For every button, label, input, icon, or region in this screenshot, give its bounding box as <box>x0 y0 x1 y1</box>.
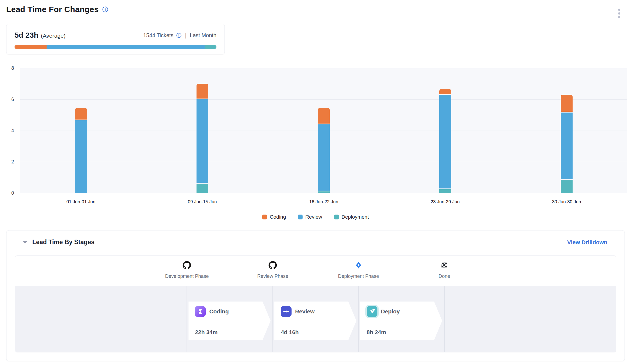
stage-card-deploy: Deploy8h 24m <box>360 302 442 340</box>
legend-swatch <box>334 215 339 219</box>
tickets-count: 1544 Tickets <box>143 32 173 38</box>
collapse-triangle-icon[interactable] <box>23 241 27 244</box>
tickets-info-icon[interactable] <box>176 33 182 38</box>
diamond-icon <box>355 261 363 270</box>
bar-slot <box>263 68 384 193</box>
distribution-segment-deployment <box>205 45 216 49</box>
bar-segment-coding[interactable] <box>318 108 330 124</box>
stacked-bar-5[interactable] <box>561 95 573 193</box>
plot-area <box>20 68 627 193</box>
stages-panel-title: Lead Time By Stages <box>32 239 94 246</box>
bar-segment-coding[interactable] <box>561 95 573 112</box>
kebab-menu-icon[interactable] <box>617 8 621 19</box>
bar-segment-coding[interactable] <box>75 108 87 120</box>
bar-slot <box>384 68 506 193</box>
bar-segment-coding[interactable] <box>439 89 451 94</box>
y-tick-label: 0 <box>0 190 14 196</box>
hourglass-icon <box>195 306 206 317</box>
separator: | <box>184 32 187 39</box>
period-label: Last Month <box>190 32 216 38</box>
legend-item-review[interactable]: Review <box>298 214 322 220</box>
legend-item-coding[interactable]: Coding <box>262 214 286 220</box>
stage-column-divider <box>358 286 359 352</box>
milestone-label: Review Phase <box>257 274 288 279</box>
stage-column-divider <box>272 286 273 352</box>
stage-card-review: Review4d 16h <box>274 302 356 340</box>
lead-time-dashboard: Lead Time For Changes 5d 23h (Average) 1… <box>0 0 631 364</box>
bar-segment-deployment[interactable] <box>318 191 330 193</box>
stages-table: Development PhaseReview PhaseDeployment … <box>15 256 616 352</box>
view-drilldown-link[interactable]: View Drilldown <box>567 239 607 246</box>
x-tick-label: 09 Jun-15 Jun <box>142 199 263 205</box>
lead-time-distribution-bar <box>15 45 216 49</box>
legend-swatch <box>262 215 267 219</box>
milestones-header-row: Development PhaseReview PhaseDeployment … <box>15 256 616 286</box>
stage-name: Deploy <box>381 308 400 315</box>
stage-name: Coding <box>209 308 229 315</box>
stage-duration: 8h 24m <box>367 329 432 335</box>
chart-legend: CodingReviewDeployment <box>0 214 631 220</box>
bar-segment-deployment[interactable] <box>561 180 573 193</box>
stacked-bar-4[interactable] <box>439 89 451 193</box>
github-icon <box>268 261 277 270</box>
bar-slot <box>20 68 142 193</box>
milestone-label: Deployment Phase <box>338 274 379 279</box>
legend-label: Review <box>305 214 322 220</box>
milestone-review-phase: Review Phase <box>232 261 313 279</box>
bar-segment-deployment[interactable] <box>439 189 451 193</box>
stage-column-divider <box>444 286 445 352</box>
average-label: (Average) <box>41 33 66 39</box>
stacked-bar-3[interactable] <box>318 108 330 193</box>
stage-column-divider <box>187 286 187 352</box>
x-tick-label: 30 Jun-30 Jun <box>506 199 627 205</box>
x-tick-label: 23 Jun-29 Jun <box>384 199 506 205</box>
stage-name: Review <box>295 308 314 315</box>
summary-card: 5d 23h (Average) 1544 Tickets | Last Mon… <box>6 24 225 54</box>
checkered-flag-icon <box>441 261 448 270</box>
distribution-segment-coding <box>15 45 47 49</box>
bar-slot <box>142 68 263 193</box>
y-tick-label: 4 <box>0 128 14 134</box>
stages-panel-header: Lead Time By Stages View Drilldown <box>23 239 607 246</box>
lead-time-by-stages-panel: Lead Time By Stages View Drilldown Devel… <box>6 230 625 361</box>
milestone-label: Done <box>439 274 450 279</box>
legend-label: Deployment <box>342 214 369 220</box>
milestone-development-phase: Development Phase <box>146 261 227 279</box>
bar-segment-review[interactable] <box>197 99 208 183</box>
stages-body-row: Coding22h 34mReview4d 16hDeploy8h 24m <box>15 286 616 352</box>
average-lead-time-value: 5d 23h <box>15 31 38 40</box>
milestone-done: Done <box>404 261 485 279</box>
bar-segment-review[interactable] <box>318 124 330 191</box>
y-tick-label: 2 <box>0 159 14 165</box>
stage-duration: 22h 34m <box>195 329 260 335</box>
commit-icon <box>281 306 292 317</box>
stacked-bar-1[interactable] <box>75 108 87 193</box>
bar-segment-review[interactable] <box>561 113 573 179</box>
legend-item-deployment[interactable]: Deployment <box>334 214 369 220</box>
bar-slot <box>506 68 627 193</box>
stage-duration: 4d 16h <box>281 329 346 335</box>
page-title: Lead Time For Changes <box>6 5 99 14</box>
y-tick-label: 6 <box>0 96 14 102</box>
distribution-segment-review <box>47 45 205 49</box>
milestone-deployment-phase: Deployment Phase <box>318 261 399 279</box>
stacked-bar-2[interactable] <box>197 84 208 193</box>
y-tick-label: 8 <box>0 65 14 71</box>
bar-segment-review[interactable] <box>75 120 87 193</box>
stage-card-coding: Coding22h 34m <box>188 302 271 340</box>
rocket-icon <box>367 306 377 317</box>
x-axis-labels: 01 Jun-01 Jun09 Jun-15 Jun16 Jun-22 Jun2… <box>20 199 627 205</box>
x-tick-label: 01 Jun-01 Jun <box>20 199 142 205</box>
info-icon[interactable] <box>102 6 108 13</box>
gridline <box>20 193 627 193</box>
legend-label: Coding <box>270 214 286 220</box>
milestone-label: Development Phase <box>165 274 209 279</box>
legend-swatch <box>298 215 303 219</box>
bar-segment-review[interactable] <box>439 95 451 188</box>
github-icon <box>183 261 191 270</box>
bar-segment-coding[interactable] <box>197 84 208 99</box>
bar-segment-deployment[interactable] <box>197 184 208 193</box>
x-tick-label: 16 Jun-22 Jun <box>263 199 384 205</box>
page-header: Lead Time For Changes <box>6 5 108 14</box>
